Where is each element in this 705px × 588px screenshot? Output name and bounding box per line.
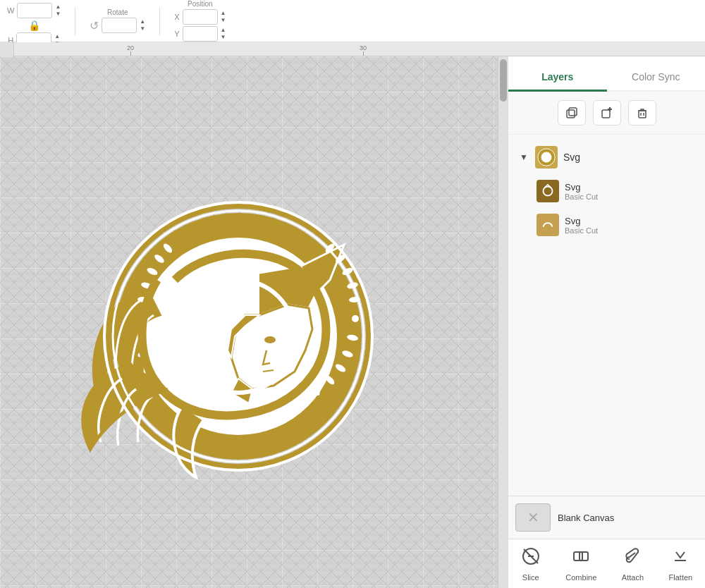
layer-child-2[interactable]: Svg Basic Cut [515, 208, 698, 242]
right-panel: Layers Color Sync ▼ [508, 56, 705, 588]
layer-child-info-1: Svg Basic Cut [565, 182, 598, 201]
panel-tabs: Layers Color Sync [508, 56, 705, 92]
flatten-icon [670, 546, 690, 570]
svg-rect-30 [567, 110, 575, 118]
x-arrows[interactable]: ▲▼ [221, 10, 226, 24]
canvas-x-icon: ✕ [527, 509, 539, 526]
layer-child-type-2: Basic Cut [565, 226, 598, 235]
canvas-area[interactable] [0, 56, 498, 588]
position-label: Position [188, 0, 213, 8]
panel-delete-button[interactable] [628, 100, 656, 125]
svg-point-42 [539, 216, 556, 233]
tab-layers[interactable]: Layers [508, 64, 607, 92]
flatten-label: Flatten [669, 573, 693, 582]
width-input[interactable] [17, 3, 52, 18]
canvas-selector[interactable]: ✕ Blank Canvas [508, 496, 705, 539]
layer-parent-svg[interactable]: ▼ Svg [515, 140, 698, 174]
svg-rect-31 [569, 108, 577, 116]
attach-label: Attach [622, 573, 644, 582]
rotate-input[interactable] [102, 18, 137, 33]
ruler-top: 20 30 [14, 42, 705, 56]
rotate-arrows[interactable]: ▲▼ [140, 18, 145, 32]
y-label: Y [174, 30, 179, 38]
attach-action[interactable]: Attach [612, 542, 654, 586]
ruler-row: 20 30 [0, 42, 705, 56]
slice-action[interactable]: Slice [511, 542, 551, 586]
svg-point-39 [541, 152, 552, 163]
bottom-bar: Slice Combine Attach Flatten [508, 539, 705, 588]
rotate-label: Rotate [107, 8, 128, 16]
slice-label: Slice [522, 573, 539, 582]
layer-child-name-2: Svg [565, 216, 598, 226]
sep1 [75, 7, 75, 35]
svg-point-9 [352, 315, 359, 322]
svg-rect-46 [574, 552, 582, 561]
x-input[interactable] [183, 9, 218, 25]
svg-rect-35 [639, 111, 646, 118]
size-group: Size W ▲▼ 🔒 H ▲▼ [7, 0, 61, 48]
layer-thumb-parent [535, 146, 558, 169]
position-group: Position X ▲▼ Y ▲▼ [174, 0, 226, 42]
panel-toolbar [508, 92, 705, 135]
ruler-mark-20: 20 [127, 44, 134, 56]
size-label: Size [27, 0, 40, 1]
rotate-group: Rotate ↺ ▲▼ [90, 8, 145, 33]
ruler-mark-30: 30 [360, 44, 367, 56]
logo-container[interactable] [48, 146, 400, 498]
panel-copy-button[interactable] [558, 100, 586, 125]
canvas-preview: ✕ [515, 503, 551, 532]
layer-group-svg: ▼ Svg [508, 140, 705, 242]
width-arrows[interactable]: ▲▼ [55, 4, 61, 18]
layer-parent-name: Svg [563, 152, 580, 163]
layers-list: ▼ Svg [508, 135, 705, 496]
flatten-action[interactable]: Flatten [659, 542, 703, 586]
panel-add-button[interactable] [593, 100, 621, 125]
tab-color-sync[interactable]: Color Sync [607, 64, 706, 92]
slice-icon [521, 546, 541, 570]
senators-svg [48, 146, 400, 498]
layer-thumb-child2 [537, 214, 559, 236]
toolbar: Size W ▲▼ 🔒 H ▲▼ Rotate ↺ ▲▼ [0, 0, 705, 42]
canvas-label: Blank Canvas [558, 513, 614, 523]
layer-child-1[interactable]: Svg Basic Cut [515, 174, 698, 208]
y-arrows[interactable]: ▲▼ [221, 27, 226, 41]
lock-icon: 🔒 [28, 20, 40, 31]
layer-expand-icon: ▼ [520, 152, 529, 162]
combine-label: Combine [565, 573, 596, 582]
layer-child-info-2: Svg Basic Cut [565, 216, 598, 235]
ruler-corner [0, 42, 14, 56]
svg-rect-32 [602, 110, 610, 118]
right-scrollbar[interactable] [498, 56, 508, 588]
layer-thumb-child1 [537, 180, 559, 202]
svg-rect-47 [580, 552, 588, 561]
sep2 [159, 7, 160, 35]
x-label: X [174, 13, 179, 21]
main-area: Layers Color Sync ▼ [0, 56, 705, 588]
svg-point-3 [264, 336, 276, 343]
y-input[interactable] [183, 26, 218, 42]
w-label: W [7, 6, 14, 15]
combine-action[interactable]: Combine [556, 542, 606, 586]
scrollbar-thumb[interactable] [500, 59, 507, 102]
rotate-icon: ↺ [90, 19, 99, 32]
layer-child-type-1: Basic Cut [565, 192, 598, 201]
layer-child-name-1: Svg [565, 182, 598, 192]
attach-icon [623, 546, 642, 570]
combine-icon [571, 546, 591, 570]
